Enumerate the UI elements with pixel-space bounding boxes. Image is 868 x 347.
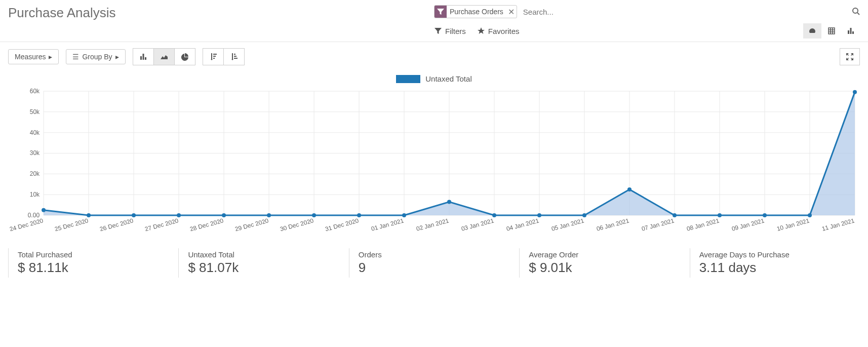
svg-text:04 Jan 2021: 04 Jan 2021 xyxy=(505,217,540,233)
svg-text:27 Dec 2020: 27 Dec 2020 xyxy=(144,217,179,233)
bar-chart-icon xyxy=(847,27,855,35)
filter-icon xyxy=(435,6,447,18)
svg-text:02 Jan 2021: 02 Jan 2021 xyxy=(415,217,450,233)
svg-point-68 xyxy=(673,213,677,217)
filter-dropdowns: Filters Favorites xyxy=(434,27,520,35)
search-button[interactable] xyxy=(852,7,860,17)
stat-average-order[interactable]: Average Order $ 9.01k xyxy=(519,248,689,278)
close-icon: ✕ xyxy=(508,8,515,16)
bar-chart-button[interactable] xyxy=(133,48,154,65)
star-icon xyxy=(477,27,485,35)
svg-point-70 xyxy=(763,213,767,217)
svg-text:30 Dec 2020: 30 Dec 2020 xyxy=(279,217,314,233)
chart-legend: Untaxed Total xyxy=(0,71,868,86)
svg-text:09 Jan 2021: 09 Jan 2021 xyxy=(731,217,765,233)
line-chart[interactable]: 0.0010k20k30k40k50k60k24 Dec 202025 Dec … xyxy=(8,86,860,238)
sort-group xyxy=(203,48,245,65)
measures-label: Measures xyxy=(15,53,46,61)
svg-text:03 Jan 2021: 03 Jan 2021 xyxy=(460,217,495,233)
svg-point-57 xyxy=(177,213,181,217)
stat-value: $ 81.07k xyxy=(188,260,339,276)
stat-value: 9 xyxy=(359,260,510,276)
stat-value: $ 9.01k xyxy=(529,260,680,276)
grid-icon xyxy=(827,27,836,35)
header-left: Purchase Analysis xyxy=(8,5,434,21)
svg-text:11 Jan 2021: 11 Jan 2021 xyxy=(821,217,855,233)
svg-text:26 Dec 2020: 26 Dec 2020 xyxy=(99,217,134,233)
sort-desc-button[interactable] xyxy=(203,48,224,65)
svg-text:05 Jan 2021: 05 Jan 2021 xyxy=(550,217,585,233)
caret-right-icon: ▸ xyxy=(115,53,119,61)
svg-point-54 xyxy=(42,208,46,212)
pie-chart-button[interactable] xyxy=(174,48,195,65)
svg-text:29 Dec 2020: 29 Dec 2020 xyxy=(234,217,269,233)
facet-label: Purchase Orders xyxy=(447,7,506,17)
view-switcher xyxy=(803,23,860,38)
list-icon: ☰ xyxy=(72,53,79,61)
filters-dropdown[interactable]: Filters xyxy=(434,27,466,35)
stat-label: Total Purchased xyxy=(18,250,169,259)
stat-orders[interactable]: Orders 9 xyxy=(349,248,519,278)
svg-text:01 Jan 2021: 01 Jan 2021 xyxy=(370,217,405,233)
stat-label: Average Days to Purchase xyxy=(699,250,851,259)
svg-point-56 xyxy=(132,213,136,217)
svg-text:06 Jan 2021: 06 Jan 2021 xyxy=(596,217,630,233)
line-chart-button[interactable] xyxy=(153,48,175,65)
expand-icon xyxy=(846,53,854,61)
search-input[interactable] xyxy=(520,6,849,18)
search-bar: Purchase Orders ✕ xyxy=(434,5,860,18)
sort-asc-button[interactable] xyxy=(223,48,245,65)
svg-point-65 xyxy=(537,213,541,217)
filters-label: Filters xyxy=(445,27,466,35)
favorites-dropdown[interactable]: Favorites xyxy=(477,27,520,35)
stat-label: Average Order xyxy=(529,250,680,259)
pie-chart-icon xyxy=(181,53,189,61)
svg-text:10k: 10k xyxy=(30,191,40,198)
pivot-view-button[interactable] xyxy=(822,23,841,38)
svg-text:10 Jan 2021: 10 Jan 2021 xyxy=(776,217,810,233)
stat-avg-days[interactable]: Average Days to Purchase 3.11 days xyxy=(690,248,860,278)
svg-point-64 xyxy=(492,213,496,217)
search-options-row: Filters Favorites xyxy=(434,23,860,42)
svg-point-71 xyxy=(808,213,812,217)
chart-container: 0.0010k20k30k40k50k60k24 Dec 202025 Dec … xyxy=(0,86,868,242)
svg-text:24 Dec 2020: 24 Dec 2020 xyxy=(9,217,44,233)
dashboard-icon xyxy=(808,27,816,35)
stat-label: Untaxed Total xyxy=(188,250,339,259)
groupby-label: Group By xyxy=(82,53,112,61)
sort-desc-icon xyxy=(209,53,217,61)
dashboard-view-button[interactable] xyxy=(803,23,821,38)
expand-button[interactable] xyxy=(840,48,860,65)
header-right: Purchase Orders ✕ Filters Favorites xyxy=(434,5,860,42)
svg-text:08 Jan 2021: 08 Jan 2021 xyxy=(686,217,720,233)
legend-item[interactable]: Untaxed Total xyxy=(396,74,471,83)
svg-point-61 xyxy=(357,213,361,217)
stat-total-purchased[interactable]: Total Purchased $ 81.11k xyxy=(8,248,178,278)
sort-asc-icon xyxy=(230,53,238,61)
svg-text:31 Dec 2020: 31 Dec 2020 xyxy=(324,217,360,233)
stat-value: $ 81.11k xyxy=(18,260,169,276)
measures-button[interactable]: Measures ▸ xyxy=(8,49,59,64)
svg-text:20k: 20k xyxy=(30,170,40,177)
svg-point-55 xyxy=(87,213,91,217)
bar-chart-icon xyxy=(139,53,147,61)
dashboard-stats: Total Purchased $ 81.11k Untaxed Total $… xyxy=(0,242,868,284)
stat-value: 3.11 days xyxy=(699,260,851,276)
svg-line-1 xyxy=(857,13,859,15)
groupby-button[interactable]: ☰ Group By ▸ xyxy=(66,49,125,64)
svg-point-58 xyxy=(222,213,226,217)
svg-text:07 Jan 2021: 07 Jan 2021 xyxy=(641,217,675,233)
legend-label: Untaxed Total xyxy=(425,74,471,83)
filter-icon xyxy=(434,27,442,35)
svg-text:28 Dec 2020: 28 Dec 2020 xyxy=(189,217,224,233)
chart-type-group xyxy=(133,48,195,65)
search-facet[interactable]: Purchase Orders ✕ xyxy=(434,5,517,18)
facet-remove-button[interactable]: ✕ xyxy=(506,7,517,17)
svg-text:40k: 40k xyxy=(30,129,40,136)
favorites-label: Favorites xyxy=(488,27,520,35)
control-panel: Purchase Analysis Purchase Orders ✕ xyxy=(0,0,868,42)
stat-untaxed-total[interactable]: Untaxed Total $ 81.07k xyxy=(178,248,348,278)
svg-point-63 xyxy=(447,200,451,204)
area-chart-icon xyxy=(160,53,168,61)
graph-view-button[interactable] xyxy=(842,23,860,38)
